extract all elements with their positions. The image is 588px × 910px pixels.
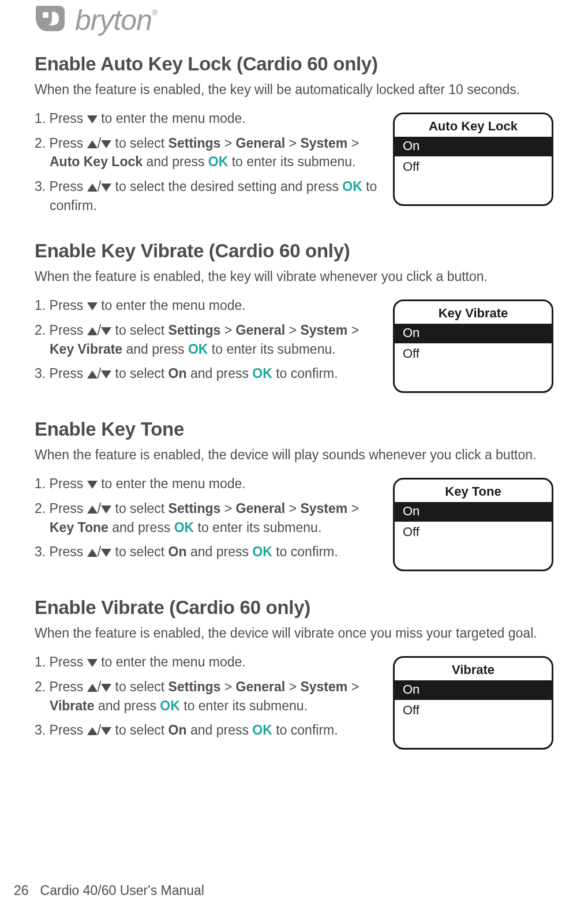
down-arrow-icon [101,505,111,514]
down-arrow-icon [87,481,98,489]
manual-section: Enable Key ToneWhen the feature is enabl… [35,418,553,571]
steps-and-device: 1. Press to enter the menu mode.2. Press… [35,109,553,215]
device-option: Off [395,700,552,721]
step-item: 2. Press / to select Settings > General … [35,677,378,715]
device-option: Off [395,156,552,178]
device-option: Off [395,522,552,543]
svg-rect-0 [43,12,48,18]
device-spacer [395,178,552,204]
manual-title: Cardio 40/60 User's Manual [40,883,204,898]
up-arrow-icon [87,370,98,379]
steps-list: 1. Press to enter the menu mode.2. Press… [35,296,378,383]
down-arrow-icon [101,327,111,335]
device-option-selected: On [395,502,552,522]
down-arrow-icon [87,302,98,310]
down-arrow-icon [87,115,98,123]
down-arrow-icon [101,549,111,557]
steps-list: 1. Press to enter the menu mode.2. Press… [35,653,378,740]
device-screen: Auto Key LockOnOff [393,113,553,206]
down-arrow-icon [87,659,98,667]
device-title: Key Tone [395,480,552,502]
section-heading: Enable Key Tone [35,418,553,440]
device-option-selected: On [395,680,552,700]
device-spacer [395,365,552,391]
device-spacer [395,543,552,570]
up-arrow-icon [87,549,98,557]
step-item: 3. Press / to select the desired setting… [35,177,378,215]
device-screen: Key VibrateOnOff [393,299,553,393]
up-arrow-icon [87,684,98,692]
brand-logo: bryton® [35,3,553,37]
step-item: 3. Press / to select On and press OK to … [35,542,378,561]
steps-and-device: 1. Press to enter the menu mode.2. Press… [35,296,553,393]
manual-section: Enable Auto Key Lock (Cardio 60 only)Whe… [35,53,553,215]
section-intro: When the feature is enabled, the device … [35,624,553,642]
section-heading: Enable Auto Key Lock (Cardio 60 only) [35,53,553,75]
down-arrow-icon [101,184,111,192]
up-arrow-icon [87,727,98,735]
step-item: 3. Press / to select On and press OK to … [35,721,378,740]
device-title: Vibrate [395,658,552,680]
step-item: 2. Press / to select Settings > General … [35,499,378,537]
section-heading: Enable Key Vibrate (Cardio 60 only) [35,240,553,262]
step-item: 1. Press to enter the menu mode. [35,474,378,493]
device-option: Off [395,343,552,365]
manual-section: Enable Vibrate (Cardio 60 only)When the … [35,597,553,750]
steps-and-device: 1. Press to enter the menu mode.2. Press… [35,474,553,571]
device-title: Auto Key Lock [395,114,552,137]
section-intro: When the feature is enabled, the key wil… [35,81,553,99]
up-arrow-icon [87,327,98,335]
device-option-selected: On [395,137,552,156]
page-number: 26 [14,883,29,898]
section-intro: When the feature is enabled, the device … [35,446,553,464]
steps-list: 1. Press to enter the menu mode.2. Press… [35,109,378,215]
up-arrow-icon [87,184,98,192]
device-spacer [395,721,552,748]
down-arrow-icon [101,370,111,379]
up-arrow-icon [87,140,98,148]
section-intro: When the feature is enabled, the key wil… [35,268,553,286]
device-screen: VibrateOnOff [393,656,553,750]
down-arrow-icon [101,727,111,735]
steps-and-device: 1. Press to enter the menu mode.2. Press… [35,653,553,750]
down-arrow-icon [101,684,111,692]
down-arrow-icon [101,140,111,148]
step-item: 3. Press / to select On and press OK to … [35,364,378,383]
step-item: 1. Press to enter the menu mode. [35,109,378,128]
device-screen: Key ToneOnOff [393,478,553,571]
manual-section: Enable Key Vibrate (Cardio 60 only)When … [35,240,553,393]
step-item: 1. Press to enter the menu mode. [35,653,378,672]
logo-text: bryton® [75,3,157,37]
section-heading: Enable Vibrate (Cardio 60 only) [35,597,553,619]
logo-icon [35,6,65,35]
step-item: 1. Press to enter the menu mode. [35,296,378,315]
device-option-selected: On [395,324,552,343]
device-title: Key Vibrate [395,301,552,324]
up-arrow-icon [87,505,98,514]
page-footer: 26 Cardio 40/60 User's Manual [14,883,204,898]
step-item: 2. Press / to select Settings > General … [35,321,378,358]
steps-list: 1. Press to enter the menu mode.2. Press… [35,474,378,561]
step-item: 2. Press / to select Settings > General … [35,134,378,171]
